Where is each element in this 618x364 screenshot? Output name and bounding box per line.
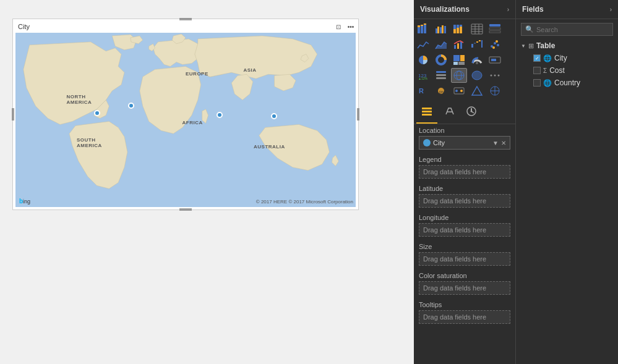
- viz-icon-slicer[interactable]: [433, 68, 449, 83]
- svg-rect-1: [418, 27, 420, 33]
- viz-icon-matrix[interactable]: [487, 22, 503, 36]
- region-south-america: SOUTHAMERICA: [77, 137, 102, 148]
- city-tag-dropdown[interactable]: ▼: [492, 140, 499, 146]
- color-sat-drop-zone[interactable]: Drag data fields here: [419, 281, 510, 295]
- svg-rect-75: [422, 114, 432, 116]
- longitude-drop-zone[interactable]: Drag data fields here: [419, 223, 510, 237]
- svg-point-39: [492, 46, 495, 49]
- focus-mode-button[interactable]: ⊡: [333, 22, 343, 32]
- tooltips-drop-zone[interactable]: Drag data fields here: [419, 310, 510, 324]
- svg-rect-54: [436, 77, 446, 79]
- svg-rect-17: [460, 27, 462, 33]
- city-field-tag[interactable]: City ▼ ✕: [419, 136, 510, 150]
- viz-icon-kpi[interactable]: 123▲12%: [415, 68, 431, 83]
- city-tag-remove[interactable]: ✕: [501, 140, 506, 146]
- svg-rect-5: [424, 25, 426, 33]
- search-icon: 🔍: [525, 25, 534, 33]
- viz-icon-line-cluster[interactable]: [451, 37, 467, 52]
- map-dot-4[interactable]: [271, 113, 277, 119]
- viz-icon-clustered-bar[interactable]: [433, 22, 449, 36]
- viz-icon-custom1[interactable]: [451, 83, 467, 98]
- map-dot-1[interactable]: [94, 110, 100, 116]
- more-options-button[interactable]: •••: [346, 22, 356, 32]
- cost-sigma-icon: Σ: [543, 67, 547, 74]
- cost-checkbox[interactable]: [533, 67, 541, 74]
- size-section: Size Drag data fields here: [414, 240, 515, 269]
- field-item-country[interactable]: 🌐 Country: [531, 77, 616, 89]
- viz-icon-pie[interactable]: [415, 53, 431, 67]
- svg-rect-33: [476, 41, 478, 43]
- viz-panel-arrow[interactable]: ›: [507, 6, 509, 13]
- svg-text:R: R: [419, 87, 424, 95]
- viz-icon-waterfall[interactable]: [469, 37, 485, 52]
- map-area: NORTHAMERICA SOUTHAMERICA EUROPE AFRICA …: [15, 33, 356, 207]
- viz-icon-r-visual[interactable]: R: [415, 83, 431, 98]
- fields-tree: ▼ ⊞ Table ✓ 🌐 City: [516, 40, 618, 89]
- resize-handle-right[interactable]: [357, 108, 359, 121]
- viz-tab-format[interactable]: [439, 103, 460, 124]
- viz-icon-more[interactable]: [487, 68, 503, 83]
- fields-panel-header: Fields ›: [516, 0, 618, 19]
- map-copyright: © 2017 HERE © 2017 Microsoft Corporation: [256, 199, 353, 205]
- city-checkbox[interactable]: ✓: [533, 54, 541, 62]
- viz-icon-custom3[interactable]: [487, 83, 503, 98]
- svg-rect-32: [474, 43, 476, 44]
- region-north-america: NORTHAMERICA: [67, 94, 92, 105]
- visual-container: City ⊡ •••: [12, 19, 359, 210]
- resize-handle-left[interactable]: [12, 108, 14, 121]
- viz-icon-stacked-bar[interactable]: [415, 22, 431, 36]
- viz-icon-filled-map[interactable]: [469, 68, 485, 83]
- viz-icon-treemap[interactable]: [451, 53, 467, 67]
- resize-handle-top[interactable]: [179, 18, 192, 20]
- fields-panel-title: Fields: [522, 5, 544, 14]
- viz-icon-line[interactable]: [415, 37, 431, 52]
- tooltips-section: Tooltips Drag data fields here: [414, 298, 515, 328]
- svg-point-37: [494, 42, 496, 44]
- legend-drop-zone[interactable]: Drag data fields here: [419, 165, 510, 179]
- svg-rect-46: [458, 62, 465, 65]
- field-name-city: City: [554, 54, 567, 62]
- viz-icon-custom2[interactable]: [469, 83, 485, 98]
- svg-rect-3: [421, 26, 423, 33]
- viz-tab-fields[interactable]: [416, 103, 437, 124]
- map-dot-2[interactable]: [128, 103, 134, 109]
- field-item-city[interactable]: ✓ 🌐 City: [531, 52, 616, 64]
- viz-icon-100pct[interactable]: [451, 22, 467, 36]
- size-drop-zone[interactable]: Drag data fields here: [419, 252, 510, 266]
- field-item-cost[interactable]: Σ Cost: [531, 64, 616, 77]
- svg-rect-49: [491, 59, 496, 61]
- search-input[interactable]: [536, 26, 609, 33]
- viz-tab-analytics[interactable]: [461, 103, 482, 124]
- svg-rect-74: [422, 111, 432, 112]
- fields-search-box[interactable]: 🔍: [521, 23, 613, 36]
- viz-icon-map[interactable]: [451, 68, 467, 83]
- tooltips-label: Tooltips: [419, 301, 510, 308]
- viz-icon-donut[interactable]: [433, 53, 449, 67]
- viz-icon-area[interactable]: [433, 37, 449, 52]
- svg-point-61: [494, 75, 496, 77]
- svg-rect-31: [471, 44, 473, 48]
- latitude-section: Latitude Drag data fields here: [414, 182, 515, 211]
- viz-icon-gauge[interactable]: [469, 53, 485, 67]
- svg-rect-52: [436, 71, 446, 73]
- svg-rect-2: [418, 25, 420, 27]
- viz-icon-card[interactable]: [487, 53, 503, 67]
- svg-rect-24: [489, 24, 500, 27]
- table-header[interactable]: ▼ ⊞ Table: [518, 40, 616, 52]
- viz-tabs: [414, 101, 515, 124]
- latitude-label: Latitude: [419, 185, 510, 192]
- latitude-drop-zone[interactable]: Drag data fields here: [419, 194, 510, 208]
- viz-panel: Visualizations ›: [414, 0, 516, 364]
- viz-icon-scatter[interactable]: [487, 37, 503, 52]
- map-dot-3[interactable]: [217, 112, 223, 118]
- region-europe: EUROPE: [186, 71, 208, 77]
- canvas-area: City ⊡ •••: [0, 0, 414, 364]
- region-australia: AUSTRALIA: [254, 144, 285, 150]
- viz-icon-table-vis[interactable]: [469, 22, 485, 36]
- fields-list: ✓ 🌐 City Σ Cost 🌐 C: [518, 52, 616, 89]
- country-checkbox[interactable]: [533, 79, 541, 87]
- fields-panel-arrow[interactable]: ›: [610, 6, 612, 13]
- resize-handle-bottom[interactable]: [179, 208, 192, 211]
- svg-rect-53: [436, 74, 446, 76]
- viz-icon-python-visual[interactable]: py: [433, 83, 449, 98]
